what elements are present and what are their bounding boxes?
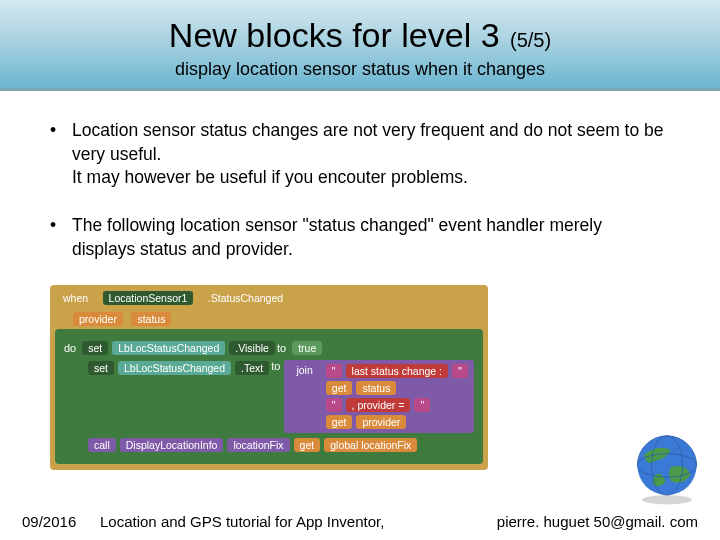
join-block: join "last status change :" getstatus ",… (284, 360, 473, 433)
to-keyword: to (271, 360, 280, 372)
true-value: true (292, 341, 322, 355)
param-provider: provider (73, 312, 123, 326)
get-var: status (356, 381, 396, 395)
slide-footer: 09/2016 Location and GPS tutorial for Ap… (0, 513, 720, 530)
slide-content: • Location sensor status changes are not… (0, 91, 720, 261)
footer-date: 09/2016 (22, 513, 100, 530)
title-line: New blocks for level 3 (5/5) (0, 16, 720, 55)
get-var: provider (356, 415, 406, 429)
call-arg: locationFix (227, 438, 289, 452)
slide-title: New blocks for level 3 (169, 16, 500, 54)
get-keyword: get (326, 415, 353, 429)
event-block: when LocationSensor1 .StatusChanged prov… (50, 285, 488, 470)
slide-header: New blocks for level 3 (5/5) display loc… (0, 0, 720, 91)
do-keyword: do (64, 342, 76, 354)
bullet-text: Location sensor status changes are not v… (72, 119, 670, 190)
call-keyword: call (88, 438, 116, 452)
globe-icon (628, 428, 706, 506)
do-body: do set LbLocStatusChanged .Visible to tr… (55, 329, 483, 464)
slide-subtitle: display location sensor status when it c… (0, 59, 720, 80)
string-quote: " (326, 398, 342, 412)
bullet-item: • Location sensor status changes are not… (50, 119, 686, 190)
when-keyword: when (57, 291, 94, 305)
set-target: LbLocStatusChanged (118, 361, 231, 375)
event-name: .StatusChanged (202, 291, 289, 305)
get-keyword: get (294, 438, 321, 452)
string-literal: last status change : (346, 364, 448, 378)
set-keyword: set (82, 341, 108, 355)
svg-point-0 (642, 495, 692, 504)
code-blocks-image: when LocationSensor1 .StatusChanged prov… (50, 285, 630, 470)
param-status: status (131, 312, 171, 326)
call-proc: DisplayLocationInfo (120, 438, 224, 452)
string-literal: , provider = (346, 398, 411, 412)
set-prop: .Visible (229, 341, 275, 355)
to-keyword: to (277, 342, 286, 354)
bullet-dot: • (50, 214, 72, 261)
set-keyword: set (88, 361, 114, 375)
bullet-text: The following location sensor "status ch… (72, 214, 670, 261)
bullet-dot: • (50, 119, 72, 190)
string-quote: " (414, 398, 430, 412)
component-name: LocationSensor1 (103, 291, 194, 305)
bullet-item: • The following location sensor "status … (50, 214, 686, 261)
global-var: global locationFix (324, 438, 417, 452)
get-keyword: get (326, 381, 353, 395)
set-target: LbLocStatusChanged (112, 341, 225, 355)
set-prop: .Text (235, 361, 269, 375)
footer-email: pierre. huguet 50@gmail. com (497, 513, 698, 530)
footer-title: Location and GPS tutorial for App Invent… (100, 513, 497, 530)
string-quote: " (326, 364, 342, 378)
string-quote: " (452, 364, 468, 378)
join-keyword: join (290, 363, 318, 377)
slide-page-indicator: (5/5) (504, 29, 551, 51)
